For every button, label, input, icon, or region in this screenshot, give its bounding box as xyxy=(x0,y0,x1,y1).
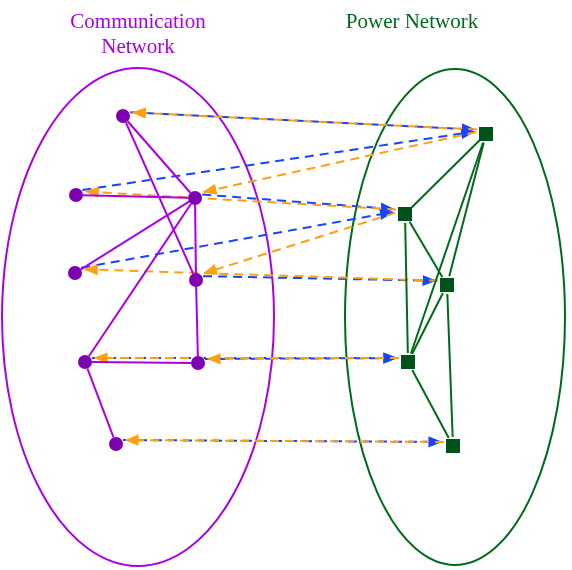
power-edge xyxy=(405,223,408,353)
dependency-edge-blue xyxy=(82,132,473,190)
power-node xyxy=(398,207,412,221)
comm-node xyxy=(116,109,130,123)
comm-edge xyxy=(195,205,196,273)
communication-nodes xyxy=(68,109,205,451)
power-node xyxy=(440,278,454,292)
comm-edge xyxy=(196,287,198,356)
dependency-edge-orange xyxy=(126,440,444,442)
power-node xyxy=(401,355,415,369)
power-edge xyxy=(410,222,443,278)
communication-edges xyxy=(81,121,198,437)
communication-network-label-line2: Network xyxy=(101,34,175,58)
comm-edge xyxy=(89,204,191,356)
power-edge xyxy=(411,143,483,354)
power-network-ellipse xyxy=(345,69,565,565)
comm-node xyxy=(78,355,92,369)
comm-node xyxy=(109,437,123,451)
dependency-edge-orange xyxy=(204,213,395,273)
power-edge xyxy=(447,294,452,437)
comm-node xyxy=(188,191,202,205)
comm-node xyxy=(189,273,203,287)
power-edge xyxy=(449,143,483,277)
comm-node xyxy=(68,266,82,280)
comm-edge xyxy=(92,362,191,363)
comm-node xyxy=(69,188,83,202)
power-node xyxy=(446,439,460,453)
power-nodes xyxy=(398,127,493,453)
interdependent-networks-diagram: Communication Network Power Network xyxy=(0,0,572,570)
communication-network-label: Communication xyxy=(70,9,206,33)
comm-edge xyxy=(87,369,113,438)
comm-edge xyxy=(128,121,191,192)
power-network-label: Power Network xyxy=(346,9,479,33)
interdependency-edges xyxy=(81,112,477,442)
comm-edge xyxy=(83,195,188,198)
comm-edge xyxy=(81,202,189,270)
dependency-edge-blue xyxy=(130,112,474,129)
comm-node xyxy=(191,356,205,370)
dependency-edge-orange xyxy=(86,192,396,210)
power-node xyxy=(479,127,493,141)
dependency-edge-orange xyxy=(85,269,438,280)
dependency-edge-orange xyxy=(133,113,477,130)
communication-network-ellipse xyxy=(2,68,274,566)
power-edge xyxy=(412,370,449,438)
